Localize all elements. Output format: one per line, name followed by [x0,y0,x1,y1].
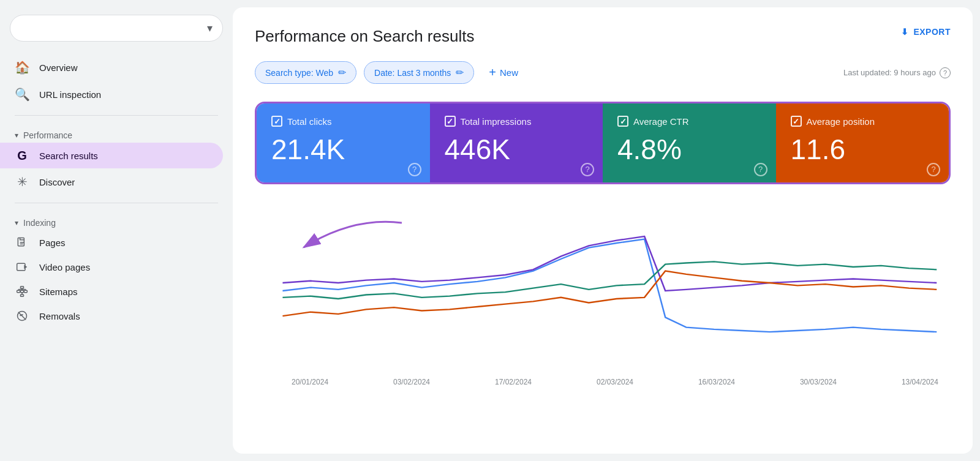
performance-chart [255,211,951,370]
help-icon-impressions[interactable]: ? [581,163,594,176]
checkbox-position[interactable] [791,116,802,127]
sidebar-item-sitemaps-label: Sitemaps [39,287,78,297]
sidebar-section-performance[interactable]: ▾ Performance [0,123,233,143]
x-label-5: 16/03/2024 [698,378,735,386]
svg-rect-3 [17,263,25,271]
x-label-4: 02/03/2024 [597,378,633,386]
export-label: EXPORT [913,27,951,37]
checkbox-ctr[interactable] [617,116,628,127]
video-icon [15,261,29,273]
x-label-1: 20/01/2024 [292,378,328,386]
property-selector[interactable]: ▾ [10,15,223,42]
metric-label-clicks: Total clicks [287,116,332,127]
sidebar-item-discover-label: Discover [39,177,75,187]
sidebar-item-overview[interactable]: 🏠 Overview [0,54,223,81]
sidebar-item-pages[interactable]: Pages [0,230,223,255]
x-label-2: 03/02/2024 [393,378,430,386]
metric-label-impressions: Total impressions [461,116,532,127]
sidebar-item-search-results-label: Search results [39,151,98,161]
metric-label-position: Average position [807,116,875,127]
sidebar-section-indexing-label: Indexing [23,218,56,228]
metric-value-ctr: 4.8% [617,134,761,165]
edit-icon-search-type: ✏ [338,67,346,78]
edit-icon-date: ✏ [456,67,464,78]
svg-line-17 [18,312,26,320]
chart-x-labels: 20/01/2024 03/02/2024 17/02/2024 02/03/2… [255,373,951,386]
last-updated-text: Last updated: 9 hours ago ? [843,67,951,78]
sidebar-section-indexing[interactable]: ▾ Indexing [0,211,233,230]
date-label: Date: Last 3 months [374,68,451,78]
sidebar-item-discover[interactable]: ✳ Discover [0,168,223,195]
export-button[interactable]: ⬇ EXPORT [901,27,951,37]
main-panel: ⬇ EXPORT Performance on Search results S… [233,7,973,454]
chevron-icon-indexing: ▾ [15,219,18,227]
date-filter[interactable]: Date: Last 3 months ✏ [364,61,474,84]
metric-header-position: Average position [791,116,935,127]
metric-header-ctr: Average CTR [617,116,761,127]
home-icon: 🏠 [15,60,29,75]
asterisk-icon: ✳ [15,174,29,189]
content-wrapper: ⬇ EXPORT Performance on Search results S… [255,27,951,392]
metrics-container: Total clicks 21.4K ? Total impressions 4… [255,102,951,184]
help-icon-toolbar[interactable]: ? [940,67,951,78]
plus-icon: + [489,66,496,80]
sidebar-item-search-results[interactable]: G Search results [0,143,223,168]
metric-header-impressions: Total impressions [445,116,589,127]
help-icon-position[interactable]: ? [927,163,940,176]
svg-rect-6 [17,290,20,292]
x-label-7: 13/04/2024 [902,378,938,386]
chevron-icon-performance: ▾ [15,131,18,140]
export-icon: ⬇ [901,27,909,37]
sidebar-item-sitemaps[interactable]: Sitemaps [0,279,223,304]
svg-rect-7 [21,290,24,292]
metric-card-position[interactable]: Average position 11.6 ? [776,103,949,182]
metric-label-ctr: Average CTR [633,116,689,127]
pages-icon [15,236,29,249]
sidebar-item-removals-label: Removals [39,311,80,321]
search-icon: 🔍 [15,87,29,102]
metric-card-ctr[interactable]: Average CTR 4.8% ? [603,103,776,182]
svg-marker-4 [24,265,27,269]
search-type-filter[interactable]: Search type: Web ✏ [255,61,356,84]
divider-2 [15,203,218,203]
svg-rect-0 [18,238,24,246]
metric-value-position: 11.6 [791,134,935,165]
sidebar-item-url-inspection[interactable]: 🔍 URL inspection [0,81,223,108]
chart-container: 20/01/2024 03/02/2024 17/02/2024 02/03/2… [255,199,951,392]
search-type-label: Search type: Web [265,68,333,78]
removals-icon [15,310,29,322]
checkbox-impressions[interactable] [445,116,456,127]
help-icon-clicks[interactable]: ? [408,163,421,176]
new-button[interactable]: + New [481,61,526,84]
sidebar-item-video-pages-label: Video pages [39,262,90,272]
toolbar: Search type: Web ✏ Date: Last 3 months ✏… [255,61,951,84]
google-g-icon: G [15,149,29,162]
sidebar-section-performance-label: Performance [23,130,72,140]
metric-card-clicks[interactable]: Total clicks 21.4K ? [257,103,430,182]
sidebar-item-url-inspection-label: URL inspection [39,89,101,100]
main-content-area: ⬇ EXPORT Performance on Search results S… [233,0,980,461]
sidebar-item-pages-label: Pages [39,238,66,248]
sidebar-item-removals[interactable]: Removals [0,304,223,328]
sidebar-item-overview-label: Overview [39,62,78,73]
svg-rect-8 [24,290,27,292]
metric-card-impressions[interactable]: Total impressions 446K ? [430,103,603,182]
sidebar: ▾ 🏠 Overview 🔍 URL inspection ▾ Performa… [0,0,233,461]
metric-value-clicks: 21.4K [271,134,415,165]
x-label-3: 17/02/2024 [495,378,532,386]
svg-rect-5 [21,287,24,288]
x-label-6: 30/03/2024 [800,378,837,386]
page-title: Performance on Search results [255,27,951,46]
last-updated-label: Last updated: 9 hours ago [843,68,936,77]
new-label: New [500,67,518,78]
sitemaps-icon [15,285,29,298]
metric-value-impressions: 446K [445,134,589,165]
checkbox-clicks[interactable] [271,116,282,127]
metric-header-clicks: Total clicks [271,116,415,127]
help-icon-ctr[interactable]: ? [754,163,767,176]
svg-rect-9 [21,294,24,296]
sidebar-item-video-pages[interactable]: Video pages [0,255,223,279]
chevron-down-icon: ▾ [207,21,213,35]
divider-1 [15,115,218,116]
